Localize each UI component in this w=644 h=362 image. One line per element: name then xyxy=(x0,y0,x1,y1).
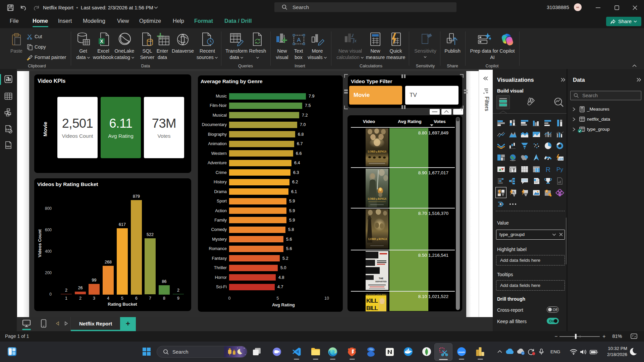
svg-text:LORD д RINGS: LORD д RINGS xyxy=(368,197,386,200)
svg-text:fx: fx xyxy=(353,38,357,43)
svg-text:THE 4TH FILM BY QUENTIN TARANT: THE 4TH FILM BY QUENTIN TARANTINO xyxy=(366,294,388,295)
svg-text:LORD д RINGS: LORD д RINGS xyxy=(368,238,387,241)
svg-text:TMDL: TMDL xyxy=(5,145,11,147)
svg-text:A: A xyxy=(512,190,515,194)
svg-text:DEPARTED: DEPARTED xyxy=(375,280,387,283)
svg-text:THE: THE xyxy=(379,277,383,280)
svg-text:R: R xyxy=(546,166,550,173)
svg-text:Py: Py xyxy=(556,166,563,173)
svg-text:A: A xyxy=(297,37,301,43)
svg-text:DAX: DAX xyxy=(6,128,11,131)
svg-text:LORD д RINGS: LORD д RINGS xyxy=(368,150,386,153)
svg-text:123: 123 xyxy=(558,157,563,161)
svg-text:X: X xyxy=(100,39,103,44)
svg-text:zoom: zoom xyxy=(458,351,465,354)
svg-text:BILL: BILL xyxy=(366,305,378,311)
svg-text:KILL: KILL xyxy=(366,298,378,304)
